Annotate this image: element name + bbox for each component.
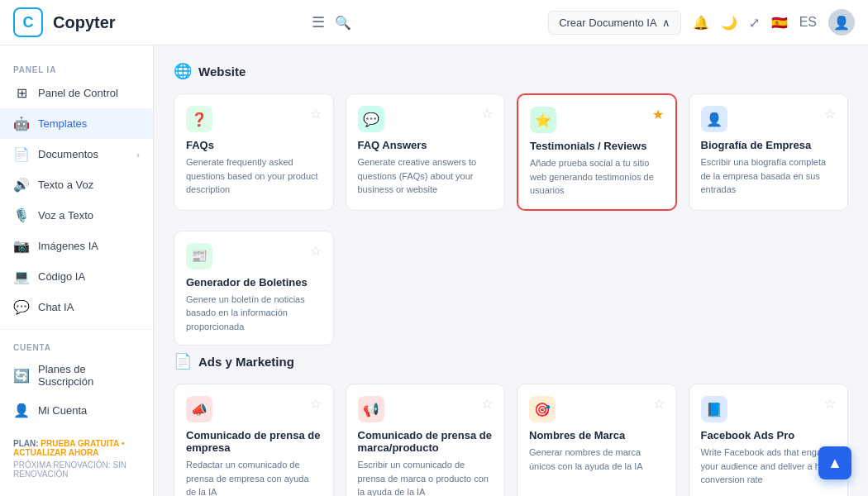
comunicado-empresa-title: Comunicado de prensa de empresa: [186, 429, 322, 454]
faq-answers-desc: Generate creative answers to questions (…: [358, 155, 494, 197]
faq-answers-star[interactable]: ☆: [481, 106, 493, 122]
card-testimonials[interactable]: ⭐ ★ Testimonials / Reviews Añade prueba …: [517, 93, 677, 211]
notification-icon[interactable]: 🔔: [693, 15, 709, 31]
biografia-title: Biografía de Empresa: [701, 139, 837, 151]
nombres-marca-icon-box: 🎯: [529, 396, 556, 422]
sidebar-item-label: Texto a Voz: [38, 179, 93, 191]
testimonials-star[interactable]: ★: [652, 107, 664, 122]
boletines-icon: 📰: [191, 248, 207, 264]
plan-type[interactable]: PRUEBA GRATUITA: [41, 439, 119, 448]
sidebar-item-imagenes-ia[interactable]: 📷 Imágenes IA: [0, 231, 153, 261]
card-comunicado-marca[interactable]: 📢 ☆ Comunicado de prensa de marca/produc…: [346, 384, 506, 496]
facebook-ads-star[interactable]: ☆: [824, 396, 836, 412]
sidebar-item-documentos[interactable]: 📄 Documentos ›: [0, 139, 153, 169]
boletines-star[interactable]: ☆: [310, 243, 322, 259]
ads-cards-grid: 📣 ☆ Comunicado de prensa de empresa Reda…: [174, 384, 848, 496]
sidebar-item-planes[interactable]: 🔄 Planes de Suscripción: [0, 355, 153, 395]
search-icon[interactable]: 🔍: [335, 15, 351, 31]
main-layout: PANEL IA ⊞ Panel de Control 🤖 Templates …: [0, 45, 868, 496]
card-nombres-marca[interactable]: 🎯 ☆ Nombres de Marca Generar nombres de …: [517, 384, 677, 496]
boletines-icon-box: 📰: [186, 243, 212, 269]
lang-code[interactable]: ES: [799, 15, 817, 30]
nombres-marca-star[interactable]: ☆: [653, 396, 665, 412]
scroll-up-button[interactable]: ▲: [818, 446, 851, 479]
sidebar: PANEL IA ⊞ Panel de Control 🤖 Templates …: [0, 45, 154, 496]
facebook-ads-icon-box: 📘: [701, 396, 727, 422]
sidebar-item-chat-ia[interactable]: 💬 Chat IA: [0, 292, 153, 322]
language-flag[interactable]: 🇪🇸: [771, 15, 788, 31]
main-content: 🌐 Website ❓ ☆ FAQs Generate frequently a…: [154, 45, 868, 496]
card-comunicado-empresa[interactable]: 📣 ☆ Comunicado de prensa de empresa Reda…: [174, 384, 334, 496]
comunicado-empresa-icon: 📣: [191, 402, 207, 417]
faqs-icon: ❓: [191, 112, 207, 127]
comunicado-empresa-icon-box: 📣: [186, 396, 212, 422]
sidebar-item-panel[interactable]: ⊞ Panel de Control: [0, 78, 153, 108]
facebook-ads-desc: Write Facebook ads that engage your audi…: [701, 446, 837, 487]
codigo-ia-icon: 💻: [13, 269, 30, 284]
plan-info: PLAN: PRUEBA GRATUITA • ACTUALIZAR AHORA…: [0, 426, 153, 492]
sidebar-item-texto-a-voz[interactable]: 🔊 Texto a Voz: [0, 169, 153, 200]
faqs-title: FAQs: [186, 139, 322, 151]
sidebar-item-mi-cuenta[interactable]: 👤 Mi Cuenta: [0, 395, 153, 426]
sidebar-item-voz-a-texto[interactable]: 🎙️ Voz a Texto: [0, 200, 153, 231]
faqs-star[interactable]: ☆: [310, 106, 322, 122]
voz-a-texto-icon: 🎙️: [13, 207, 30, 223]
comunicado-empresa-star[interactable]: ☆: [310, 396, 322, 412]
imagenes-ia-icon: 📷: [13, 238, 30, 254]
comunicado-marca-star[interactable]: ☆: [481, 396, 493, 412]
nombres-marca-desc: Generar nombres de marca únicos con la a…: [529, 446, 665, 473]
faqs-icon-box: ❓: [186, 106, 212, 132]
sidebar-item-label: Chat IA: [38, 301, 74, 313]
nombres-marca-title: Nombres de Marca: [529, 429, 665, 441]
sidebar-section-panel-label: PANEL IA: [0, 59, 153, 78]
sidebar-item-codigo-ia[interactable]: 💻 Código IA: [0, 261, 153, 292]
faqs-desc: Generate frequently asked questions base…: [186, 155, 322, 197]
app-header: C Copyter ☰ 🔍 Crear Documento IA ∧ 🔔 🌙 ⤢…: [0, 0, 868, 45]
chevron-up-icon: ∧: [662, 17, 670, 29]
sidebar-item-label: Panel de Control: [38, 87, 118, 99]
crear-documento-button[interactable]: Crear Documento IA ∧: [548, 11, 681, 35]
sidebar-item-label: Planes de Suscripción: [38, 363, 140, 388]
ads-section-title: Ads y Marketing: [198, 355, 294, 369]
dark-mode-icon[interactable]: 🌙: [721, 15, 737, 31]
facebook-ads-icon: 📘: [706, 402, 723, 417]
nombres-marca-icon: 🎯: [534, 402, 551, 417]
expand-icon[interactable]: ⤢: [749, 15, 760, 31]
website-icon: 🌐: [174, 62, 192, 80]
documentos-icon: 📄: [13, 146, 30, 162]
card-boletines[interactable]: 📰 ☆ Generador de Boletines Genere un bol…: [174, 231, 334, 346]
comunicado-marca-icon: 📢: [363, 402, 379, 417]
facebook-ads-title: Facebook Ads Pro: [701, 429, 837, 441]
faq-answers-icon-box: 💬: [358, 106, 384, 132]
documentos-badge: ›: [136, 150, 140, 160]
panel-icon: ⊞: [13, 85, 30, 101]
card-faqs[interactable]: ❓ ☆ FAQs Generate frequently asked quest…: [174, 93, 334, 211]
card-faq-answers[interactable]: 💬 ☆ FAQ Answers Generate creative answer…: [346, 93, 506, 211]
logo-name: Copyter: [53, 13, 116, 32]
sidebar-item-label: Voz a Texto: [38, 209, 93, 222]
sidebar-section-cuenta-label: CUENTA: [0, 336, 153, 355]
testimonials-desc: Añade prueba social a tu sitio web gener…: [530, 156, 664, 198]
boletines-title: Generador de Boletines: [186, 276, 322, 289]
sidebar-item-label: Documentos: [38, 148, 98, 160]
biografia-icon: 👤: [706, 112, 723, 127]
sidebar-divider: [0, 329, 153, 330]
logo-icon: C: [13, 7, 43, 37]
mi-cuenta-icon: 👤: [13, 403, 30, 418]
website-section-header: 🌐 Website: [174, 62, 848, 80]
testimonials-title: Testimonials / Reviews: [530, 140, 664, 152]
chat-ia-icon: 💬: [13, 299, 30, 315]
testimonials-icon-box: ⭐: [530, 107, 556, 133]
user-avatar[interactable]: 👤: [828, 9, 855, 36]
card-biografia[interactable]: 👤 ☆ Biografía de Empresa Escribir una bi…: [689, 93, 849, 211]
comunicado-empresa-desc: Redactar un comunicado de prensa de empr…: [186, 458, 322, 496]
ads-icon: 📄: [174, 352, 192, 370]
sidebar-item-templates[interactable]: 🤖 Templates: [0, 108, 153, 139]
biografia-star[interactable]: ☆: [824, 106, 836, 122]
hamburger-icon[interactable]: ☰: [312, 13, 325, 31]
testimonials-icon: ⭐: [535, 112, 551, 128]
plan-renovacion: PRÓXIMA RENOVACIÓN: SIN RENOVACIÓN: [13, 460, 140, 479]
faq-answers-icon: 💬: [363, 112, 379, 127]
faq-answers-title: FAQ Answers: [358, 139, 494, 151]
texto-a-voz-icon: 🔊: [13, 177, 30, 193]
